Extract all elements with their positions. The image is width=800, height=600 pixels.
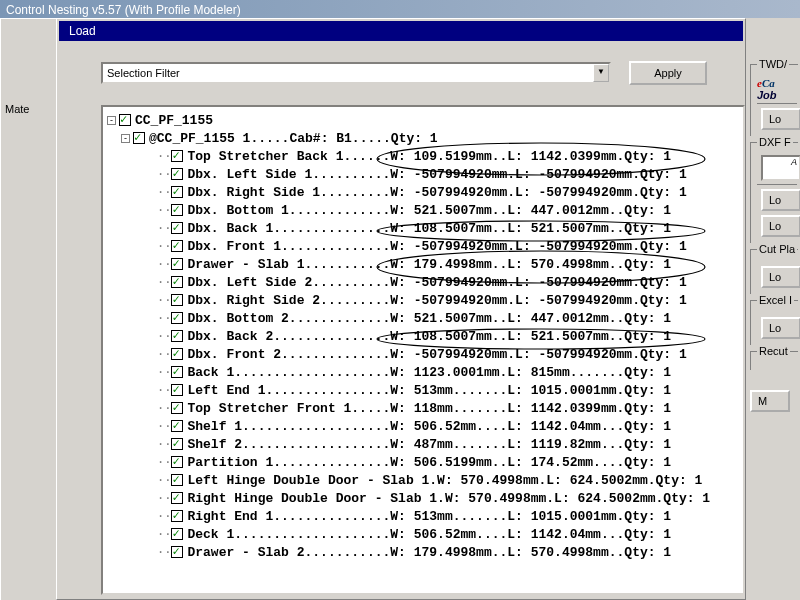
load-tab-header[interactable]: Load bbox=[59, 21, 743, 41]
tree-item[interactable]: ··Shelf 1...................W: 506.52mm.… bbox=[107, 417, 743, 435]
checkbox-icon[interactable] bbox=[171, 420, 183, 432]
checkbox-icon[interactable] bbox=[171, 330, 183, 342]
checkbox-icon[interactable] bbox=[171, 186, 183, 198]
checkbox-icon[interactable] bbox=[171, 312, 183, 324]
tree-connector: ·· bbox=[157, 509, 171, 523]
tree-item[interactable]: ··Right End 1...............W: 513mm....… bbox=[107, 507, 743, 525]
dxf-label: DXF F bbox=[757, 136, 793, 148]
tree-item-label: Top Stretcher Back 1......W: 109.5199mm.… bbox=[187, 149, 671, 164]
checkbox-icon[interactable] bbox=[171, 384, 183, 396]
checkbox-icon[interactable] bbox=[171, 456, 183, 468]
tree-item[interactable]: ··Dbx. Right Side 2.........W: -50799492… bbox=[107, 291, 743, 309]
load-dxf-button-1[interactable]: Lo bbox=[761, 189, 800, 211]
tree-item[interactable]: ··Dbx. Bottom 2.............W: 521.5007m… bbox=[107, 309, 743, 327]
job-label: Job bbox=[757, 89, 798, 101]
main-panel: Load Selection Filter ▼ Apply - CC_PF_11… bbox=[56, 18, 746, 600]
tree-connector: ·· bbox=[157, 455, 171, 469]
tree-item[interactable]: ··Left End 1................W: 513mm....… bbox=[107, 381, 743, 399]
checkbox-icon[interactable] bbox=[171, 510, 183, 522]
checkbox-icon[interactable] bbox=[171, 546, 183, 558]
tree-cabinet-label: @CC_PF_1155 1.....Cab#: B1.....Qty: 1 bbox=[149, 131, 438, 146]
tree-item-label: Dbx. Left Side 1..........W: -507994920m… bbox=[187, 167, 686, 182]
load-cut-plan-button[interactable]: Lo bbox=[761, 266, 800, 288]
tree-item[interactable]: ··Left Hinge Double Door - Slab 1.W: 570… bbox=[107, 471, 743, 489]
load-dxf-button-2[interactable]: Lo bbox=[761, 215, 800, 237]
tree-item-label: Dbx. Back 2...............W: 108.5007mm.… bbox=[187, 329, 671, 344]
load-twd-button[interactable]: Lo bbox=[761, 108, 800, 130]
tree-item-label: Back 1....................W: 1123.0001mm… bbox=[187, 365, 671, 380]
checkbox-icon[interactable] bbox=[171, 222, 183, 234]
checkbox-icon[interactable] bbox=[171, 150, 183, 162]
checkbox-icon[interactable] bbox=[171, 168, 183, 180]
tree-connector: ·· bbox=[157, 257, 171, 271]
tree-cabinet[interactable]: - @CC_PF_1155 1.....Cab#: B1.....Qty: 1 bbox=[107, 129, 743, 147]
tree-connector: ·· bbox=[157, 419, 171, 433]
tree-item[interactable]: ··Back 1....................W: 1123.0001… bbox=[107, 363, 743, 381]
checkbox-icon[interactable] bbox=[171, 492, 183, 504]
checkbox-icon[interactable] bbox=[171, 366, 183, 378]
tree-item-label: Top Stretcher Front 1.....W: 118mm......… bbox=[187, 401, 671, 416]
tree-item[interactable]: ··Dbx. Front 1..............W: -50799492… bbox=[107, 237, 743, 255]
tree-item[interactable]: ··Dbx. Back 2...............W: 108.5007m… bbox=[107, 327, 743, 345]
parts-tree[interactable]: - CC_PF_1155 - @CC_PF_1155 1.....Cab#: B… bbox=[101, 105, 745, 595]
excel-label: Excel I bbox=[757, 294, 794, 306]
collapse-icon[interactable]: - bbox=[107, 116, 116, 125]
tree-item-label: Dbx. Right Side 2.........W: -507994920m… bbox=[187, 293, 686, 308]
tree-connector: ·· bbox=[157, 293, 171, 307]
tree-item[interactable]: ··Drawer - Slab 2...........W: 179.4998m… bbox=[107, 543, 743, 561]
tree-item[interactable]: ··Dbx. Right Side 1.........W: -50799492… bbox=[107, 183, 743, 201]
checkbox-icon[interactable] bbox=[171, 276, 183, 288]
left-panel-fragment: Mate bbox=[0, 18, 56, 600]
checkbox-icon[interactable] bbox=[171, 438, 183, 450]
m-button[interactable]: M bbox=[750, 390, 790, 412]
tree-item[interactable]: ··Top Stretcher Front 1.....W: 118mm....… bbox=[107, 399, 743, 417]
tree-item[interactable]: ··Dbx. Bottom 1.............W: 521.5007m… bbox=[107, 201, 743, 219]
tree-item[interactable]: ··Shelf 2...................W: 487mm....… bbox=[107, 435, 743, 453]
checkbox-icon[interactable] bbox=[133, 132, 145, 144]
checkbox-icon[interactable] bbox=[171, 258, 183, 270]
checkbox-icon[interactable] bbox=[171, 348, 183, 360]
collapse-icon[interactable]: - bbox=[121, 134, 130, 143]
load-excel-button[interactable]: Lo bbox=[761, 317, 800, 339]
checkbox-icon[interactable] bbox=[119, 114, 131, 126]
tree-connector: ·· bbox=[157, 275, 171, 289]
tree-connector: ·· bbox=[157, 221, 171, 235]
tree-item-label: Dbx. Left Side 2..........W: -507994920m… bbox=[187, 275, 686, 290]
tree-item[interactable]: ··Dbx. Left Side 1..........W: -50799492… bbox=[107, 165, 743, 183]
checkbox-icon[interactable] bbox=[171, 474, 183, 486]
tree-item-label: Left Hinge Double Door - Slab 1.W: 570.4… bbox=[187, 473, 702, 488]
tree-connector: ·· bbox=[157, 185, 171, 199]
tree-item[interactable]: ··Dbx. Left Side 2..........W: -50799492… bbox=[107, 273, 743, 291]
tree-item[interactable]: ··Deck 1....................W: 506.52mm.… bbox=[107, 525, 743, 543]
recut-label: Recut bbox=[757, 345, 790, 357]
checkbox-icon[interactable] bbox=[171, 402, 183, 414]
tree-item[interactable]: ··Drawer - Slab 1...........W: 179.4998m… bbox=[107, 255, 743, 273]
tree-item[interactable]: ··Dbx. Back 1...............W: 108.5007m… bbox=[107, 219, 743, 237]
tree-connector: ·· bbox=[157, 239, 171, 253]
tree-root[interactable]: - CC_PF_1155 bbox=[107, 111, 743, 129]
cut-plan-group: Cut Pla Lo bbox=[750, 249, 798, 294]
tree-item-label: Partition 1...............W: 506.5199mm.… bbox=[187, 455, 671, 470]
tree-item-label: Drawer - Slab 1...........W: 179.4998mm.… bbox=[187, 257, 671, 272]
combo-dropdown-button[interactable]: ▼ bbox=[593, 64, 609, 82]
twd-label: TWD/ bbox=[757, 58, 789, 70]
right-panel-fragment: TWD/ eCa Job Lo DXF F A Lo Lo Cut Pla Lo… bbox=[746, 18, 800, 600]
tree-connector: ·· bbox=[157, 329, 171, 343]
tree-item[interactable]: ··Dbx. Front 2..............W: -50799492… bbox=[107, 345, 743, 363]
tree-connector: ·· bbox=[157, 167, 171, 181]
tree-item[interactable]: ··Partition 1...............W: 506.5199m… bbox=[107, 453, 743, 471]
tree-item[interactable]: ··Right Hinge Double Door - Slab 1.W: 57… bbox=[107, 489, 743, 507]
tree-connector: ·· bbox=[157, 545, 171, 559]
tree-connector: ·· bbox=[157, 527, 171, 541]
checkbox-icon[interactable] bbox=[171, 528, 183, 540]
ecabinets-logo: eCa bbox=[757, 77, 798, 89]
apply-button[interactable]: Apply bbox=[629, 61, 707, 85]
checkbox-icon[interactable] bbox=[171, 240, 183, 252]
tree-item-label: Dbx. Front 2..............W: -507994920m… bbox=[187, 347, 686, 362]
tree-item-label: Dbx. Bottom 2.............W: 521.5007mm.… bbox=[187, 311, 671, 326]
tree-connector: ·· bbox=[157, 491, 171, 505]
tree-item[interactable]: ··Top Stretcher Back 1......W: 109.5199m… bbox=[107, 147, 743, 165]
checkbox-icon[interactable] bbox=[171, 294, 183, 306]
selection-filter-combo[interactable]: Selection Filter ▼ bbox=[101, 62, 611, 84]
checkbox-icon[interactable] bbox=[171, 204, 183, 216]
